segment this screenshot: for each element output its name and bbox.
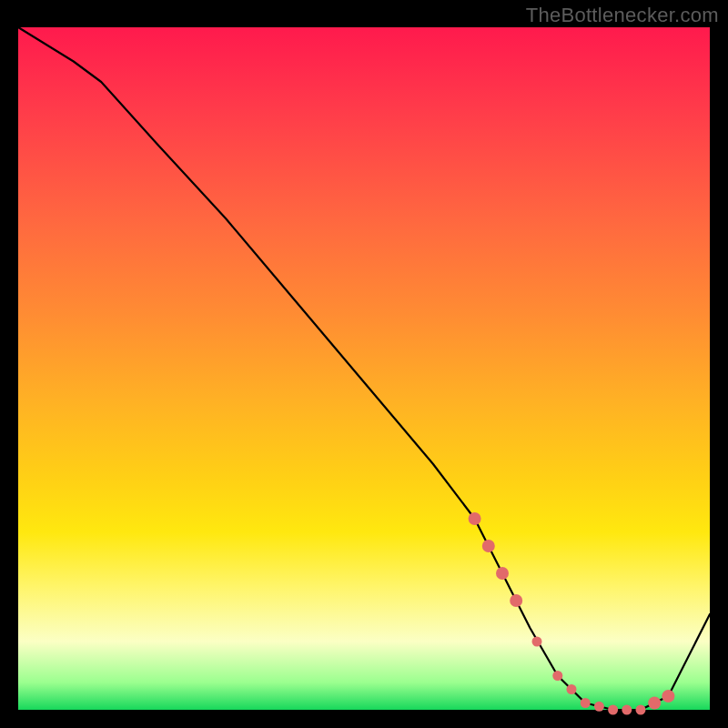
marker-dot <box>648 697 661 710</box>
watermark-text: TheBottlenecker.com <box>526 4 719 27</box>
marker-dot <box>662 690 674 703</box>
marker-dot <box>552 671 562 681</box>
marker-dot <box>482 540 495 552</box>
marker-dot <box>594 702 604 712</box>
highlight-markers <box>469 512 675 715</box>
marker-dot <box>567 684 577 694</box>
marker-dot <box>581 698 591 708</box>
bottleneck-curve <box>18 27 710 710</box>
curve-svg <box>18 27 710 710</box>
marker-dot <box>622 705 632 715</box>
marker-dot <box>469 512 481 525</box>
plot-area <box>18 27 710 710</box>
marker-dot <box>532 637 542 647</box>
marker-dot <box>608 705 618 715</box>
marker-dot <box>510 594 522 607</box>
marker-dot <box>496 567 509 580</box>
chart-frame: TheBottlenecker.com <box>0 0 728 728</box>
marker-dot <box>636 705 646 715</box>
